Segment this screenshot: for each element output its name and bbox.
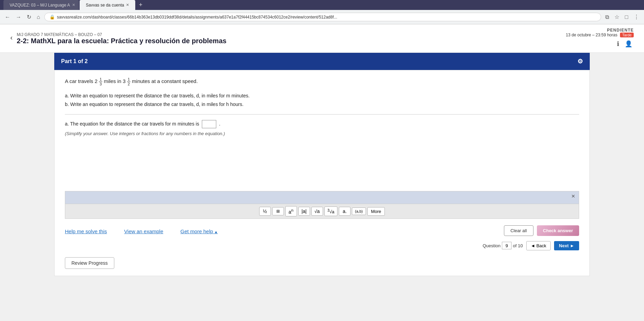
get-more-help-link[interactable]: Get more help bbox=[181, 228, 218, 234]
part-label: Part 1 of 2 bbox=[61, 58, 88, 64]
question-total: of 10 bbox=[513, 243, 523, 248]
header-icons: ℹ 👤 bbox=[566, 39, 634, 49]
address-bar[interactable]: 🔒 savvasrealize.com/dashboard/classes/66… bbox=[44, 13, 601, 21]
sqrt-button[interactable]: √a bbox=[311, 207, 323, 216]
exponent-button[interactable]: an bbox=[285, 206, 297, 216]
back-nav-button[interactable]: ← bbox=[3, 13, 12, 22]
due-date: 13 de octubre – 23:59 horas Tarde bbox=[566, 33, 634, 37]
copy-button[interactable]: ⧉ bbox=[604, 13, 610, 22]
info-icon[interactable]: ℹ bbox=[616, 39, 621, 49]
user-icon[interactable]: 👤 bbox=[623, 39, 634, 49]
next-button[interactable]: Next ► bbox=[554, 241, 579, 250]
fraction-2: 1 2 bbox=[127, 77, 130, 86]
problem-statement: A car travels 2 1 3 miles in 3 1 2 minut… bbox=[65, 77, 579, 86]
check-answer-button[interactable]: Check answer bbox=[537, 225, 579, 236]
math-toolbar: ½ ⊞ an |a| √a 3√a a. (a,b) More bbox=[65, 204, 579, 218]
bottom-actions: Help me solve this View an example Get m… bbox=[65, 224, 218, 238]
problem-end: minutes at a constant speed. bbox=[132, 78, 198, 84]
tab-savvas[interactable]: Savvas se da cuenta ✕ bbox=[80, 0, 135, 10]
problem-intro: A car travels 2 bbox=[65, 78, 97, 84]
tab-bar: VAZQUEZ: 03 – M/J Language A ✕ Savvas se… bbox=[0, 0, 644, 10]
part-a-label: a. The equation for the distance the car… bbox=[65, 120, 579, 128]
math-toolbar-section: ✕ ½ ⊞ an |a| √a 3√a a. (a,b) More bbox=[65, 191, 579, 219]
clear-all-button[interactable]: Clear all bbox=[504, 225, 533, 236]
tab-language-label: VAZQUEZ: 03 – M/J Language A bbox=[10, 3, 70, 8]
question-number-input[interactable] bbox=[502, 242, 511, 249]
sub-question-a-text: a. Write an equation to represent the di… bbox=[65, 92, 579, 100]
tab-language-close[interactable]: ✕ bbox=[72, 3, 75, 7]
review-progress-button[interactable]: Review Progress bbox=[65, 257, 114, 269]
home-button[interactable]: ⌂ bbox=[35, 13, 42, 22]
back-button[interactable]: ◄ Back bbox=[526, 241, 551, 250]
cbrt-button[interactable]: 3√a bbox=[324, 206, 337, 216]
bookmark-button[interactable]: ☆ bbox=[613, 12, 621, 22]
header-right: PENDIENTE 13 de octubre – 23:59 horas Ta… bbox=[566, 28, 634, 49]
part-a-prefix: a. The equation for the distance the car… bbox=[65, 121, 199, 127]
browser-chrome: ← → ↻ ⌂ 🔒 savvasrealize.com/dashboard/cl… bbox=[0, 10, 644, 24]
new-tab-button[interactable]: + bbox=[136, 0, 145, 10]
frac1-numerator: 1 bbox=[99, 77, 102, 82]
decimal-button[interactable]: a. bbox=[339, 207, 350, 216]
back-arrow-button[interactable]: ‹ bbox=[10, 34, 13, 41]
problem-middle: miles in 3 bbox=[104, 78, 126, 84]
pending-label: PENDIENTE bbox=[566, 28, 634, 33]
answer-input-box[interactable] bbox=[202, 120, 216, 128]
settings-icon[interactable]: ⚙ bbox=[577, 58, 583, 65]
breadcrumb-top: M/J GRADO 7 MATEMÁTICAS – BOUZO – 07 bbox=[17, 32, 227, 37]
page-title: 2-2: MathXL para la escuela: Práctica y … bbox=[17, 37, 227, 45]
frac2-denominator: 2 bbox=[127, 82, 130, 86]
reload-button[interactable]: ↻ bbox=[25, 12, 33, 22]
fraction-1: 1 3 bbox=[99, 77, 102, 86]
breadcrumb-nav: ‹ M/J GRADO 7 MATEMÁTICAS – BOUZO – 07 2… bbox=[10, 32, 227, 45]
toolbar-wrapper: ✕ ½ ⊞ an |a| √a 3√a a. (a,b) More bbox=[65, 191, 579, 219]
bottom-right-controls: Clear all Check answer bbox=[504, 225, 579, 236]
nav-row: Question of 10 ◄ Back Next ► bbox=[65, 238, 579, 254]
sub-question-b-text: b. Write an equation to represent the di… bbox=[65, 100, 579, 109]
part-header: Part 1 of 2 ⚙ bbox=[54, 53, 590, 70]
question-counter: Question of 10 bbox=[483, 242, 523, 249]
help-me-solve-link[interactable]: Help me solve this bbox=[65, 228, 107, 234]
view-example-link[interactable]: View an example bbox=[124, 228, 163, 234]
question-container: A car travels 2 1 3 miles in 3 1 2 minut… bbox=[54, 70, 590, 276]
sub-questions: a. Write an equation to represent the di… bbox=[65, 92, 579, 109]
question-label: Question bbox=[483, 243, 501, 248]
simplify-note: (Simplify your answer. Use integers or f… bbox=[65, 131, 579, 136]
due-date-text: 13 de octubre – 23:59 horas bbox=[566, 33, 617, 37]
breadcrumb-info: M/J GRADO 7 MATEMÁTICAS – BOUZO – 07 2-2… bbox=[17, 32, 227, 45]
absolute-value-button[interactable]: |a| bbox=[298, 207, 310, 216]
divider bbox=[65, 114, 579, 115]
toolbar-close-icon[interactable]: ✕ bbox=[571, 193, 575, 199]
url-text: savvasrealize.com/dashboard/classes/66b1… bbox=[57, 15, 596, 20]
fraction-button[interactable]: ½ bbox=[259, 207, 271, 216]
tab-savvas-label: Savvas se da cuenta bbox=[86, 3, 124, 8]
mixed-number-1: 1 3 bbox=[99, 77, 102, 86]
tab-language[interactable]: VAZQUEZ: 03 – M/J Language A ✕ bbox=[3, 0, 79, 10]
tab-savvas-close[interactable]: ✕ bbox=[126, 3, 129, 7]
frac1-denominator: 3 bbox=[99, 82, 102, 86]
forward-nav-button[interactable]: → bbox=[14, 13, 23, 22]
menu-button[interactable]: ⋮ bbox=[632, 12, 641, 22]
math-input-area[interactable] bbox=[65, 191, 579, 204]
mixed-number-button[interactable]: ⊞ bbox=[272, 207, 284, 215]
more-button[interactable]: More bbox=[367, 207, 385, 216]
ordered-pair-button[interactable]: (a,b) bbox=[352, 207, 366, 215]
late-badge: Tarde bbox=[620, 33, 634, 37]
page-header: ‹ M/J GRADO 7 MATEMÁTICAS – BOUZO – 07 2… bbox=[0, 24, 644, 53]
mixed-number-2: 1 2 bbox=[127, 77, 130, 86]
frac2-numerator: 1 bbox=[127, 77, 130, 82]
extensions-button[interactable]: □ bbox=[623, 13, 630, 22]
main-content: Part 1 of 2 ⚙ A car travels 2 1 3 miles … bbox=[47, 53, 597, 283]
part-a-suffix: . bbox=[219, 121, 220, 127]
